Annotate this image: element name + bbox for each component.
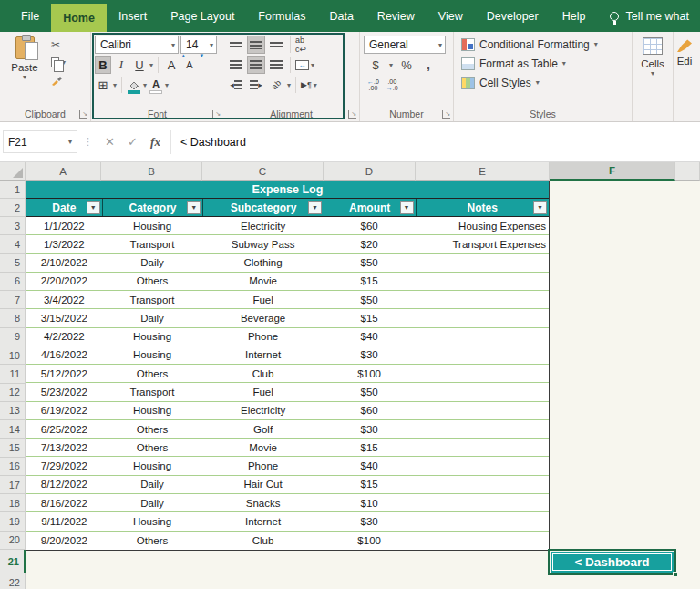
cell[interactable]: 1/1/2022	[26, 217, 102, 234]
cell[interactable]: $50	[324, 254, 416, 272]
conditional-formatting-button[interactable]: Conditional Formatting ▾	[458, 35, 628, 54]
decrease-decimal-button[interactable]: .00→.0	[386, 78, 398, 91]
row-header-21[interactable]: 21	[0, 550, 26, 574]
row-header-16[interactable]: 16	[0, 458, 26, 476]
table-header-notes[interactable]: Notes▼	[416, 199, 549, 216]
cell[interactable]	[415, 328, 549, 346]
filter-dropdown-icon[interactable]: ▼	[400, 201, 414, 214]
align-right-button[interactable]	[267, 56, 285, 74]
cell[interactable]: Clothing	[202, 254, 324, 272]
cell[interactable]: $15	[324, 309, 416, 326]
filter-dropdown-icon[interactable]: ▼	[308, 201, 322, 214]
cell[interactable]	[415, 512, 549, 530]
cell[interactable]: Beverage	[202, 309, 324, 326]
row-header-22[interactable]: 22	[0, 574, 26, 589]
cell[interactable]: 5/12/2022	[26, 365, 102, 382]
copy-button[interactable]: ▾	[51, 55, 66, 69]
row-header-18[interactable]: 18	[0, 494, 26, 512]
text-direction-dropdown-icon[interactable]: ▾	[314, 81, 317, 89]
cell[interactable]: $30	[324, 512, 416, 530]
dashboard-button[interactable]: < Dashboard	[551, 552, 674, 573]
format-as-table-button[interactable]: Format as Table ▾	[458, 54, 628, 73]
cells-button[interactable]: Cells ▾	[636, 35, 669, 78]
name-box-dropdown-icon[interactable]: ▾	[68, 138, 72, 146]
cell[interactable]: 3/4/2022	[26, 291, 102, 308]
cell[interactable]: Phone	[202, 328, 324, 346]
filter-dropdown-icon[interactable]: ▼	[533, 201, 547, 214]
cell[interactable]: Others	[102, 532, 203, 550]
cell[interactable]: Daily	[102, 476, 203, 493]
cell[interactable]	[415, 420, 549, 438]
tell-me-search[interactable]: Tell me what	[597, 0, 688, 32]
cell[interactable]	[415, 291, 549, 308]
cell[interactable]: Housing	[102, 328, 203, 346]
row-header-13[interactable]: 13	[0, 402, 26, 420]
column-header-E[interactable]: E	[416, 162, 550, 181]
table-header-amount[interactable]: Amount▼	[324, 199, 416, 216]
cell[interactable]: $15	[324, 439, 416, 456]
row-header-2[interactable]: 2	[0, 199, 26, 217]
wrap-text-button[interactable]: abc↩	[295, 36, 306, 54]
cell[interactable]: Subway Pass	[202, 235, 324, 253]
percent-style-button[interactable]: %	[398, 56, 415, 74]
cell[interactable]	[415, 457, 549, 474]
cell[interactable]: $50	[324, 383, 416, 400]
formula-bar-resize-handle[interactable]: ⋮	[77, 136, 98, 148]
top-align-button[interactable]	[227, 36, 245, 54]
cell[interactable]	[415, 476, 549, 493]
formula-input[interactable]: < Dashboard	[175, 136, 700, 149]
borders-dropdown-icon[interactable]: ▾	[113, 81, 117, 89]
row-header-10[interactable]: 10	[0, 346, 26, 365]
cell[interactable]: Housing	[102, 512, 203, 530]
decrease-indent-button[interactable]: ◂	[227, 76, 245, 94]
tab-help[interactable]: Help	[551, 0, 598, 32]
cell[interactable]: Transport	[102, 235, 203, 253]
column-header-F[interactable]: F	[550, 162, 675, 181]
tab-formulas[interactable]: Formulas	[246, 0, 317, 32]
cell[interactable]: 8/16/2022	[26, 494, 102, 512]
cell[interactable]: Others	[102, 365, 203, 382]
fill-color-button[interactable]	[127, 77, 141, 93]
paste-button[interactable]: Paste ▾	[4, 35, 46, 87]
cell[interactable]: $100	[324, 365, 416, 382]
tab-page-layout[interactable]: Page Layout	[159, 0, 246, 32]
alignment-dialog-launcher-icon[interactable]: ↘	[348, 110, 356, 119]
cell[interactable]: $60	[324, 402, 416, 419]
cell[interactable]: 6/25/2022	[26, 420, 102, 438]
font-color-button[interactable]: A	[149, 77, 163, 93]
fill-handle[interactable]	[673, 572, 678, 577]
insert-function-button[interactable]: fx	[144, 135, 167, 150]
cell[interactable]: 3/15/2022	[26, 309, 102, 326]
cell[interactable]: 2/10/2022	[26, 254, 102, 272]
borders-button[interactable]: ⊞	[95, 76, 111, 94]
cancel-entry-button[interactable]: ✕	[98, 135, 121, 149]
bottom-align-button[interactable]	[267, 36, 285, 54]
cell[interactable]: Fuel	[202, 383, 324, 400]
row-header-12[interactable]: 12	[0, 384, 26, 402]
row-header-4[interactable]: 4	[0, 235, 26, 253]
cell[interactable]: Hair Cut	[202, 476, 324, 493]
tab-data[interactable]: Data	[317, 0, 365, 32]
orientation-button[interactable]: ab	[267, 76, 285, 94]
decrease-font-size-button[interactable]: A	[181, 56, 198, 74]
cell[interactable]: $40	[324, 457, 416, 474]
cell[interactable]: Daily	[102, 309, 203, 326]
cell[interactable]: Fuel	[202, 291, 324, 308]
enter-entry-button[interactable]: ✓	[121, 135, 144, 149]
cell[interactable]	[415, 402, 549, 419]
cell[interactable]: Others	[102, 273, 203, 290]
cell[interactable]: Phone	[202, 457, 324, 474]
cell[interactable]: Internet	[202, 512, 324, 530]
cell[interactable]: Housing	[102, 402, 203, 419]
row-header-11[interactable]: 11	[0, 365, 26, 383]
editing-button[interactable]: Edi	[677, 35, 692, 67]
merge-center-button[interactable]: ↔	[295, 60, 309, 70]
cell[interactable]: Internet	[202, 346, 324, 364]
cell-styles-button[interactable]: Cell Styles ▾	[458, 73, 628, 92]
cell[interactable]: Transport	[102, 383, 203, 400]
cell[interactable]: Daily	[102, 494, 203, 512]
cell[interactable]: 1/3/2022	[26, 235, 102, 253]
bold-button[interactable]: B	[95, 56, 111, 74]
cell[interactable]: 7/13/2022	[26, 439, 102, 456]
increase-decimal-button[interactable]: ←.0.00	[367, 78, 379, 91]
